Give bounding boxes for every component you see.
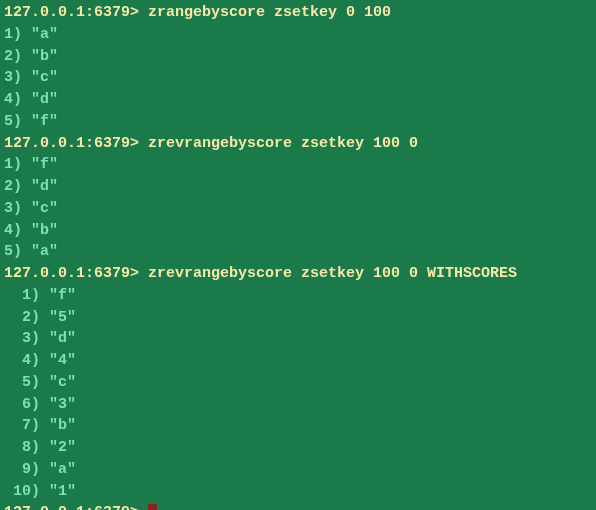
cursor <box>148 504 157 510</box>
result-value: "d" <box>49 330 76 347</box>
result-value: "b" <box>49 417 76 434</box>
prompt: 127.0.0.1:6379> <box>4 504 148 510</box>
result-value: "b" <box>31 222 58 239</box>
terminal-output: 127.0.0.1:6379> zrangebyscore zsetkey 0 … <box>4 2 592 510</box>
result-value: "3" <box>49 396 76 413</box>
result-value: "a" <box>31 26 58 43</box>
result-index: 2) <box>4 309 49 326</box>
result-index: 1) <box>4 26 31 43</box>
result-index: 8) <box>4 439 49 456</box>
result-line: 4) "d" <box>4 89 592 111</box>
result-index: 3) <box>4 200 31 217</box>
result-line: 6) "3" <box>4 394 592 416</box>
result-line: 2) "5" <box>4 307 592 329</box>
result-index: 5) <box>4 113 31 130</box>
result-line: 8) "2" <box>4 437 592 459</box>
result-index: 2) <box>4 178 31 195</box>
result-line: 5) "f" <box>4 111 592 133</box>
result-line: 1) "a" <box>4 24 592 46</box>
prompt: 127.0.0.1:6379> <box>4 135 148 152</box>
result-line: 2) "b" <box>4 46 592 68</box>
result-value: "4" <box>49 352 76 369</box>
result-value: "f" <box>31 113 58 130</box>
result-line: 10) "1" <box>4 481 592 503</box>
result-value: "c" <box>49 374 76 391</box>
result-value: "2" <box>49 439 76 456</box>
result-value: "d" <box>31 91 58 108</box>
result-index: 2) <box>4 48 31 65</box>
result-index: 7) <box>4 417 49 434</box>
command-line: 127.0.0.1:6379> zrangebyscore zsetkey 0 … <box>4 2 592 24</box>
result-line: 7) "b" <box>4 415 592 437</box>
result-value: "1" <box>49 483 76 500</box>
result-line: 1) "f" <box>4 285 592 307</box>
result-value: "a" <box>49 461 76 478</box>
command-line: 127.0.0.1:6379> zrevrangebyscore zsetkey… <box>4 263 592 285</box>
prompt: 127.0.0.1:6379> <box>4 265 148 282</box>
result-line: 2) "d" <box>4 176 592 198</box>
command-line: 127.0.0.1:6379> zrevrangebyscore zsetkey… <box>4 133 592 155</box>
result-index: 5) <box>4 243 31 260</box>
result-line: 9) "a" <box>4 459 592 481</box>
result-index: 3) <box>4 69 31 86</box>
result-line: 4) "b" <box>4 220 592 242</box>
result-value: "c" <box>31 200 58 217</box>
result-index: 10) <box>4 483 49 500</box>
result-value: "a" <box>31 243 58 260</box>
result-line: 1) "f" <box>4 154 592 176</box>
result-line: 3) "c" <box>4 67 592 89</box>
result-line: 5) "c" <box>4 372 592 394</box>
result-line: 3) "c" <box>4 198 592 220</box>
result-index: 5) <box>4 374 49 391</box>
command-text: zrangebyscore zsetkey 0 100 <box>148 4 391 21</box>
result-line: 4) "4" <box>4 350 592 372</box>
command-text: zrevrangebyscore zsetkey 100 0 <box>148 135 418 152</box>
result-index: 1) <box>4 287 49 304</box>
result-value: "b" <box>31 48 58 65</box>
prompt-line[interactable]: 127.0.0.1:6379> <box>4 502 592 510</box>
result-index: 4) <box>4 352 49 369</box>
result-index: 1) <box>4 156 31 173</box>
command-text: zrevrangebyscore zsetkey 100 0 WITHSCORE… <box>148 265 517 282</box>
prompt: 127.0.0.1:6379> <box>4 4 148 21</box>
result-line: 3) "d" <box>4 328 592 350</box>
result-index: 6) <box>4 396 49 413</box>
result-value: "5" <box>49 309 76 326</box>
result-index: 3) <box>4 330 49 347</box>
result-index: 4) <box>4 91 31 108</box>
result-line: 5) "a" <box>4 241 592 263</box>
result-value: "f" <box>31 156 58 173</box>
result-value: "f" <box>49 287 76 304</box>
result-index: 9) <box>4 461 49 478</box>
result-value: "d" <box>31 178 58 195</box>
result-value: "c" <box>31 69 58 86</box>
result-index: 4) <box>4 222 31 239</box>
